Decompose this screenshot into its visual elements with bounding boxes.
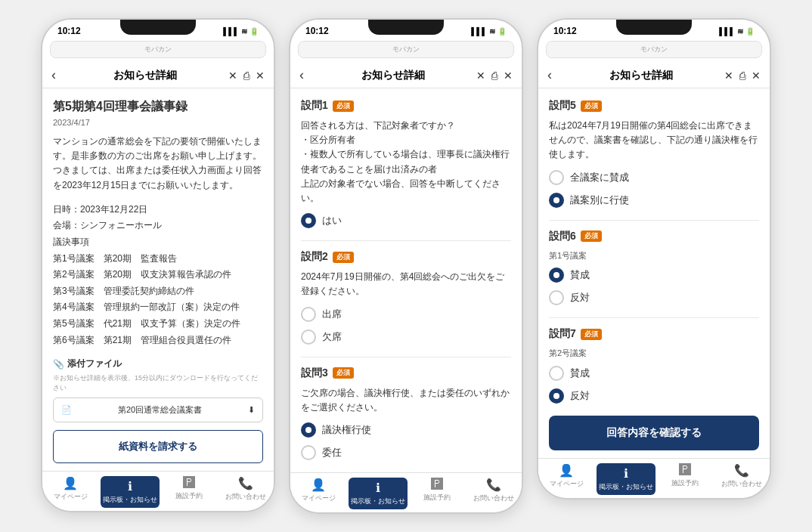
- phone2-content: 設問1 必須 回答される方は、下記対象者ですか？・区分所有者・複数人で所有してい…: [290, 88, 522, 472]
- radio-option-2-3-1[interactable]: 委任: [301, 445, 511, 460]
- q-sub-label-3-2: 第1号議案: [549, 249, 759, 262]
- info-line-3: 第1号議案 第20期 監査報告: [53, 251, 263, 268]
- nav-bar-1: ‹ お知らせ詳細 ✕ ⎙ ✕: [42, 63, 274, 88]
- radio-circle-2-2-0[interactable]: [301, 307, 316, 322]
- bottom-nav-parking-2[interactable]: 🅿 施設予約: [409, 478, 466, 509]
- bottom-nav-parking-1[interactable]: 🅿 施設予約: [161, 476, 218, 508]
- bottom-nav-news-1[interactable]: ℹ 掲示板・お知らせ: [101, 476, 160, 508]
- radio-label-3-2-1: 反対: [570, 291, 590, 305]
- radio-option-2-1-0[interactable]: はい: [301, 213, 511, 228]
- status-icons-1: ▌▌▌ ≋ 🔋: [223, 27, 259, 36]
- bottom-nav-contact-3[interactable]: 📞 お問い合わせ: [714, 463, 770, 495]
- share-button-1[interactable]: ⎙: [243, 70, 249, 82]
- info-block-1: 日時：2023年12月22日 会場：シンフォニーホール 議決事項 第1号議案 第…: [53, 202, 263, 348]
- nav-title-2: お知らせ詳細: [310, 69, 476, 82]
- close-button-3[interactable]: ✕: [724, 70, 733, 82]
- contact-label-2: お問い合わせ: [473, 493, 514, 503]
- radio-circle-2-3-1[interactable]: [301, 445, 316, 460]
- radio-circle-3-2-0[interactable]: [549, 268, 564, 283]
- radio-circle-3-1-0[interactable]: [549, 170, 564, 185]
- close-x-button-1[interactable]: ✕: [256, 70, 265, 82]
- attachment-label-1: 📎 添付ファイル: [53, 357, 263, 370]
- radio-label-3-1-1: 議案別に行使: [570, 193, 629, 207]
- radio-label-2-2-1: 欠席: [322, 330, 342, 344]
- info-line-0: 日時：2023年12月22日: [53, 202, 263, 218]
- question-block-2-3: 設問3 必須 ご欠席の場合、議決権行使、または委任のいずれかをご選択ください。 …: [301, 367, 511, 460]
- bottom-nav-mypage-3[interactable]: 👤 マイページ: [538, 463, 595, 495]
- question-block-2-2: 設問2 必須 2024年7月19日開催の、第4回総会へのご出欠をご登録ください。…: [301, 250, 511, 344]
- bottom-nav-mypage-1[interactable]: 👤 マイページ: [42, 476, 99, 508]
- content-date-1: 2023/4/17: [53, 118, 263, 127]
- info-line-6: 第4号議案 管理規約一部改訂（案）決定の件: [53, 299, 263, 316]
- bottom-nav-contact-1[interactable]: 📞 お問い合わせ: [218, 476, 274, 508]
- share-button-2[interactable]: ⎙: [491, 70, 497, 82]
- download-icon[interactable]: ⬇: [248, 405, 255, 415]
- question-block-3-3: 設問7 必須 第2号議案 賛成 反対: [549, 327, 759, 404]
- question-number-3-3: 設問7: [549, 327, 576, 341]
- radio-option-2-3-0[interactable]: 議決権行使: [301, 422, 511, 438]
- divider-2-1: [301, 240, 511, 241]
- required-badge-3-1: 必須: [581, 101, 602, 112]
- close-x-button-3[interactable]: ✕: [752, 70, 761, 82]
- divider-3-1: [549, 220, 759, 221]
- question-text-3-1: 私は2024年7月19日開催の第4回総会に出席できませんので、議案書を確認し、下…: [549, 119, 759, 162]
- nav-title-1: お知らせ詳細: [62, 69, 228, 82]
- close-button-1[interactable]: ✕: [228, 70, 237, 82]
- close-x-button-2[interactable]: ✕: [504, 70, 513, 82]
- news-icon-3: ℹ: [624, 466, 628, 481]
- paper-request-button[interactable]: 紙資料を請求する: [53, 430, 263, 463]
- radio-option-3-2-1[interactable]: 反対: [549, 290, 759, 305]
- info-line-2: 議決事項: [53, 234, 263, 251]
- bottom-nav-mypage-2[interactable]: 👤 マイページ: [290, 478, 347, 509]
- radio-option-3-3-1[interactable]: 反対: [549, 388, 759, 404]
- parking-icon-3: 🅿: [679, 463, 691, 477]
- phone3-content: 設問5 必須 私は2024年7月19日開催の第4回総会に出席できませんので、議案…: [538, 88, 770, 458]
- confirm-button-3[interactable]: 回答内容を確認する: [549, 416, 759, 450]
- question-block-3-1: 設問5 必須 私は2024年7月19日開催の第4回総会に出席できませんので、議案…: [549, 99, 759, 208]
- question-text-2-1: 回答される方は、下記対象者ですか？・区分所有者・複数人で所有している場合は、理事…: [301, 119, 511, 206]
- radio-option-3-3-0[interactable]: 賛成: [549, 366, 759, 381]
- parking-label-2: 施設予約: [423, 493, 451, 503]
- news-label-3: 掲示板・お知らせ: [599, 482, 653, 492]
- radio-circle-2-3-0[interactable]: [301, 422, 316, 438]
- close-button-2[interactable]: ✕: [476, 70, 485, 82]
- question-text-2-2: 2024年7月19日開催の、第4回総会へのご出欠をご登録ください。: [301, 270, 511, 298]
- attachment-note-1: ※お知らせ詳細を表示後、15分以内にダウンロードを行なってください: [53, 373, 263, 393]
- radio-circle-3-3-0[interactable]: [549, 366, 564, 381]
- radio-option-3-1-1[interactable]: 議案別に行使: [549, 193, 759, 208]
- content-title-1: 第5期第4回理事会議事録: [53, 99, 263, 115]
- news-icon-1: ℹ: [128, 479, 132, 493]
- radio-label-2-2-0: 出席: [322, 308, 342, 321]
- radio-circle-3-3-1[interactable]: [549, 388, 564, 404]
- browser-bar-3: モバカン: [546, 41, 762, 58]
- question-number-3-1: 設問5: [549, 99, 576, 113]
- nav-actions-2: ✕ ⎙ ✕: [476, 70, 513, 82]
- mypage-icon-2: 👤: [311, 478, 326, 492]
- attachment-file-1[interactable]: 📄 第20回通常総会議案書 ⬇: [53, 397, 263, 422]
- clip-icon: 📎: [53, 359, 64, 370]
- back-button-3[interactable]: ‹: [547, 67, 552, 83]
- phone-1: 10:12 ▌▌▌ ≋ 🔋 モバカン ‹ お知らせ詳細 ✕ ⎙ ✕ 第5期第4回…: [41, 18, 275, 512]
- back-button-1[interactable]: ‹: [51, 67, 56, 83]
- phone1-content: 第5期第4回理事会議事録 2023/4/17 マンションの通常総会を下記の要領で…: [42, 88, 274, 471]
- radio-circle-3-2-1[interactable]: [549, 290, 564, 305]
- bottom-nav-contact-2[interactable]: 📞 お問い合わせ: [466, 478, 522, 509]
- bottom-nav-parking-3[interactable]: 🅿 施設予約: [657, 463, 714, 495]
- radio-circle-3-1-1[interactable]: [549, 193, 564, 208]
- app-name-3: モバカン: [640, 45, 668, 53]
- radio-circle-2-1-0[interactable]: [301, 213, 316, 228]
- info-line-1: 会場：シンフォニーホール: [53, 218, 263, 234]
- bottom-nav-news-3[interactable]: ℹ 掲示板・お知らせ: [597, 463, 656, 495]
- radio-option-2-2-1[interactable]: 欠席: [301, 329, 511, 345]
- radio-option-3-1-0[interactable]: 全議案に賛成: [549, 170, 759, 185]
- bottom-nav-news-2[interactable]: ℹ 掲示板・お知らせ: [349, 478, 408, 509]
- share-button-3[interactable]: ⎙: [739, 70, 745, 82]
- required-badge-3-3: 必須: [581, 329, 602, 340]
- question-block-2-1: 設問1 必須 回答される方は、下記対象者ですか？・区分所有者・複数人で所有してい…: [301, 99, 511, 228]
- question-header-3-3: 設問7 必須: [549, 327, 759, 341]
- mypage-label-2: マイページ: [302, 493, 336, 503]
- radio-option-2-2-0[interactable]: 出席: [301, 307, 511, 322]
- radio-circle-2-2-1[interactable]: [301, 329, 316, 345]
- radio-option-3-2-0[interactable]: 賛成: [549, 268, 759, 283]
- back-button-2[interactable]: ‹: [299, 67, 304, 83]
